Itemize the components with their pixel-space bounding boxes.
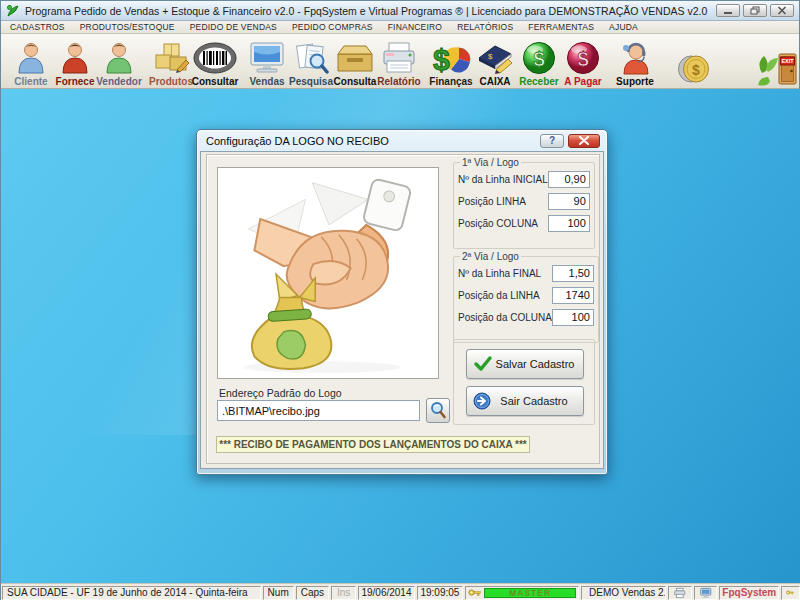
dialog-help-button[interactable]: ?	[540, 134, 564, 148]
toolbar-button-vendedor[interactable]: Vendedor	[97, 34, 141, 88]
svg-text:$: $	[533, 48, 544, 70]
receipt-footer-banner: *** RECIBO DE PAGAMENTO DOS LANÇAMENTOS …	[216, 436, 530, 453]
check-icon	[473, 355, 493, 373]
toolbar-button-consultar[interactable]: Consultar	[193, 34, 237, 88]
key-icon	[786, 587, 795, 598]
minimize-icon	[723, 6, 733, 15]
input-linha-final[interactable]	[552, 265, 594, 282]
menu-produtos-estoque[interactable]: PRODUTOS/ESTOQUE	[80, 22, 175, 32]
status-time: 19:09:05	[417, 586, 464, 600]
menu-financeiro[interactable]: FINANCEIRO	[388, 22, 442, 32]
computer-small-icon	[699, 587, 712, 599]
field-row: Nº da Linha INICIAL	[458, 168, 590, 190]
menu-cadastros[interactable]: CADASTROS	[10, 22, 65, 32]
status-computer-panel[interactable]	[694, 586, 717, 600]
input-posicao-coluna-1[interactable]	[548, 215, 590, 232]
toolbar-button-a-pagar[interactable]: $ A Pagar	[561, 34, 605, 88]
status-bar: SUA CIDADE - UF 19 de Junho de 2014 - Qu…	[1, 583, 800, 600]
status-printer-panel[interactable]	[668, 586, 691, 600]
label-linha-final: Nº da Linha FINAL	[458, 268, 541, 279]
arrow-right-circle-icon	[473, 392, 491, 410]
dialog-title-bar: Configuração DA LOGO NO RECIBO ?	[200, 130, 604, 151]
search-documents-icon	[293, 39, 329, 76]
svg-text:EXIT: EXIT	[781, 58, 794, 64]
group-via1-title: 1ª Via / Logo	[460, 157, 521, 168]
main-toolbar: Cliente Fornece Vendedor Produtos	[1, 34, 799, 89]
save-button-label: Salvar Cadastro	[493, 358, 577, 370]
input-posicao-linha-1[interactable]	[548, 193, 590, 210]
toolbar-label-produtos: Produtos	[149, 76, 193, 87]
group-via2-title: 2ª Via / Logo	[460, 251, 521, 262]
menu-pedido-de-vendas[interactable]: PEDIDO DE VENDAS	[190, 22, 277, 32]
svg-text:$: $	[488, 52, 493, 61]
status-insert: Ins	[331, 586, 356, 600]
toolbar-button-financas[interactable]: $ Finanças	[429, 34, 473, 88]
toolbar-label-suporte: Suporte	[616, 76, 654, 87]
label-posicao-linha-1: Posição LINHA	[458, 196, 526, 207]
toolbar-button-relatorio[interactable]: Relatório	[377, 34, 421, 88]
field-row: Nº da Linha FINAL	[458, 262, 594, 284]
svg-text:$: $	[577, 48, 588, 70]
svg-text:$: $	[433, 43, 450, 75]
toolbar-label-vendedor: Vendedor	[96, 76, 142, 87]
restore-button[interactable]	[743, 4, 767, 17]
toolbar-button-consulta[interactable]: Consulta	[333, 34, 377, 88]
dialog-title: Configuração DA LOGO NO RECIBO	[206, 135, 540, 147]
browse-button[interactable]	[426, 398, 450, 423]
buttons-group: Salvar Cadastro Sair Cadastro	[453, 339, 595, 425]
toolbar-button-suporte[interactable]: Suporte	[613, 34, 657, 88]
save-button[interactable]: Salvar Cadastro	[466, 349, 584, 379]
toolbar-button-vendas[interactable]: Vendas	[245, 34, 289, 88]
status-user-badge: MASTER	[484, 588, 576, 598]
close-icon	[777, 6, 787, 15]
menu-ajuda[interactable]: AJUDA	[609, 22, 638, 32]
status-date: 19/06/2014	[358, 586, 414, 600]
toolbar-button-coin[interactable]: $	[665, 34, 723, 88]
toolbar-label-cliente: Cliente	[14, 76, 47, 87]
toolbar-button-caixa[interactable]: $ CAIXA	[473, 34, 517, 88]
status-app-version: DEMO Vendas 2.0	[589, 587, 666, 598]
title-bar: Programa Pedido de Vendas + Estoque & Fi…	[1, 1, 799, 21]
products-boxes-icon	[153, 39, 189, 76]
toolbar-button-produtos[interactable]: Produtos	[149, 34, 193, 88]
menu-ferramentas[interactable]: FERRAMENTAS	[528, 22, 594, 32]
toolbar-button-cliente[interactable]: Cliente	[9, 34, 53, 88]
magnifier-icon	[430, 401, 447, 420]
logo-path-input[interactable]	[217, 400, 420, 421]
support-headset-icon	[617, 39, 653, 76]
toolbar-label-relatorio: Relatório	[377, 76, 420, 87]
toolbar-label-caixa: CAIXA	[479, 76, 510, 87]
minimize-button[interactable]	[716, 4, 740, 17]
close-button[interactable]	[770, 4, 794, 17]
toolbar-label-financas: Finanças	[429, 76, 472, 87]
status-app-version-panel: DEMO Vendas 2.0	[581, 586, 666, 600]
toolbar-button-pesquisa[interactable]: Pesquisa	[289, 34, 333, 88]
printer-icon	[380, 39, 418, 76]
toolbar-label-a-pagar: A Pagar	[564, 76, 601, 87]
input-posicao-linha-2[interactable]	[552, 287, 594, 304]
toolbar-button-receber[interactable]: $ Receber	[517, 34, 561, 88]
ledger-book-icon: $	[475, 39, 515, 76]
label-posicao-coluna-2: Posição da COLUNA	[458, 312, 552, 323]
toolbar-button-fornecedor[interactable]: Fornece	[53, 34, 97, 88]
menu-pedido-compras[interactable]: PEDIDO COMPRAS	[292, 22, 373, 32]
status-key-panel[interactable]	[781, 586, 800, 600]
toolbar-button-exit[interactable]: EXIT	[731, 34, 800, 88]
exit-button[interactable]: Sair Cadastro	[466, 386, 584, 416]
input-linha-inicial[interactable]	[548, 171, 590, 188]
supplier-person-icon	[58, 39, 92, 76]
field-row: Posição da COLUNA	[458, 306, 594, 328]
window-title: Programa Pedido de Vendas + Estoque & Fi…	[25, 5, 710, 17]
field-row: Posição LINHA	[458, 190, 590, 212]
label-posicao-linha-2: Posição da LINHA	[458, 290, 540, 301]
menu-relatorios[interactable]: RELATÓRIOS	[457, 22, 513, 32]
coin-icon: $	[676, 50, 712, 87]
field-row: Posição da LINHA	[458, 284, 594, 306]
input-posicao-coluna-2[interactable]	[552, 309, 594, 326]
seller-person-icon	[102, 39, 136, 76]
dialog-close-button[interactable]	[568, 134, 600, 148]
finance-dollar-pie-icon: $	[431, 39, 471, 76]
printer-small-icon	[673, 587, 686, 599]
pay-red-sphere-icon: $	[566, 39, 600, 76]
label-posicao-coluna-1: Posição COLUNA	[458, 218, 538, 229]
